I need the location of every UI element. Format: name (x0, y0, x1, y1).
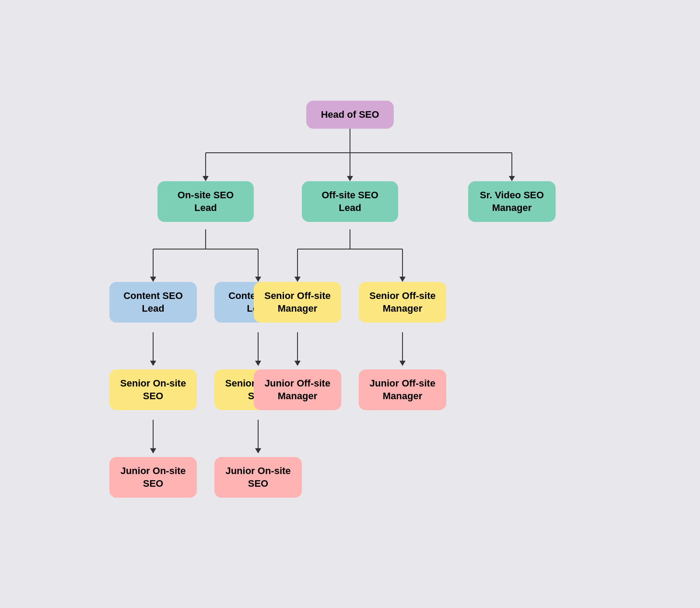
svg-marker-17 (294, 277, 301, 282)
svg-marker-23 (255, 361, 261, 366)
content-lead-1-node: Content SEO Lead (109, 282, 197, 323)
svg-marker-25 (294, 361, 301, 366)
offsite-lead-node: Off-site SEO Lead (302, 181, 398, 222)
level4-arrow-svg (109, 420, 591, 459)
senior-onsite-1-col: Senior On-site SEO (109, 369, 197, 410)
svg-marker-11 (150, 277, 156, 282)
org-chart: Head of SEO On-site SEO Lead Off-site SE… (88, 74, 612, 534)
head-of-seo-col: Head of SEO (306, 101, 394, 129)
content-lead-1-col: Content SEO Lead (109, 282, 197, 323)
senior-offsite-2-col: Senior Off-site Manager (359, 282, 446, 323)
junior-onsite-2-col: Junior On-site SEO (214, 457, 302, 498)
level3-arrow-svg (109, 332, 591, 372)
svg-marker-29 (150, 448, 156, 453)
svg-marker-19 (399, 277, 406, 282)
svg-marker-21 (150, 361, 156, 366)
senior-onsite-1-node: Senior On-site SEO (109, 369, 197, 410)
top-branch-svg (109, 129, 591, 186)
junior-offsite-1-node: Junior Off-site Manager (254, 369, 341, 410)
sr-video-node: Sr. Video SEO Manager (468, 181, 556, 222)
svg-marker-5 (347, 176, 353, 181)
junior-onsite-1-col: Junior On-site SEO (109, 457, 197, 498)
sr-video-col: Sr. Video SEO Manager (468, 181, 556, 222)
onsite-lead-node: On-site SEO Lead (158, 181, 254, 222)
svg-marker-27 (399, 361, 406, 366)
svg-marker-3 (203, 176, 209, 181)
offsite-lead-col: Off-site SEO Lead (302, 181, 398, 222)
junior-offsite-1-col: Junior Off-site Manager (254, 369, 341, 410)
svg-marker-31 (255, 448, 261, 453)
onsite-lead-col: On-site SEO Lead (158, 181, 254, 222)
junior-onsite-1-node: Junior On-site SEO (109, 457, 197, 498)
head-of-seo-node: Head of SEO (306, 101, 394, 129)
junior-offsite-2-node: Junior Off-site Manager (359, 369, 446, 410)
senior-offsite-2-node: Senior Off-site Manager (359, 282, 446, 323)
junior-onsite-2-node: Junior On-site SEO (214, 457, 302, 498)
junior-offsite-2-col: Junior Off-site Manager (359, 369, 446, 410)
svg-marker-13 (255, 277, 261, 282)
svg-marker-7 (509, 176, 515, 181)
senior-offsite-1-col-real: Senior Off-site Manager (254, 282, 341, 323)
senior-offsite-1-node: Senior Off-site Manager (254, 282, 341, 323)
mid-branch-svg (109, 229, 591, 286)
